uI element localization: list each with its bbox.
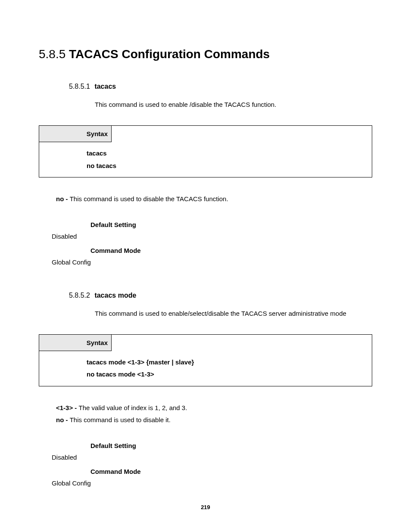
- subsection-description: This command is used to enable /disable …: [95, 101, 372, 108]
- param-key: no -: [56, 416, 70, 423]
- syntax-line: tacacs: [87, 147, 367, 160]
- page-number: 219: [0, 504, 411, 510]
- param-key: no -: [56, 195, 70, 202]
- subsection: 5.8.5.1 tacacs This command is used to e…: [69, 83, 372, 108]
- setting-label: Default Setting: [90, 442, 372, 449]
- setting-value: Global Config: [52, 479, 372, 487]
- setting-value: Disabled: [52, 233, 372, 240]
- syntax-box: Syntax tacacs no tacacs: [39, 125, 372, 177]
- subsection-heading: 5.8.5.1 tacacs: [69, 83, 372, 90]
- subsection: 5.8.5.2 tacacs mode This command is used…: [69, 292, 372, 317]
- param-block: no - This command is used to disable the…: [56, 193, 372, 205]
- section-title: TACACS Configuration Commands: [69, 47, 270, 61]
- subsection-title: tacacs mode: [94, 292, 136, 299]
- section-number: 5.8.5: [39, 47, 65, 61]
- settings-block: Default Setting Disabled Command Mode Gl…: [52, 221, 372, 266]
- setting-label: Command Mode: [90, 247, 372, 254]
- setting-value: Global Config: [52, 258, 372, 266]
- param-text: This command is used to disable the TACA…: [70, 195, 228, 202]
- param-text: The valid value of index is 1, 2, and 3.: [79, 404, 187, 411]
- subsection-heading: 5.8.5.2 tacacs mode: [69, 292, 372, 299]
- param-line: no - This command is used to disable it.: [56, 414, 372, 426]
- setting-value: Disabled: [52, 454, 372, 461]
- settings-block: Default Setting Disabled Command Mode Gl…: [52, 442, 372, 487]
- subsection-description: This command is used to enable/select/di…: [95, 310, 372, 317]
- param-block: <1-3> - The valid value of index is 1, 2…: [56, 402, 372, 426]
- section-heading: 5.8.5 TACACS Configuration Commands: [39, 47, 372, 61]
- subsection-number: 5.8.5.2: [69, 292, 90, 299]
- param-text: This command is used to disable it.: [70, 416, 171, 423]
- setting-label: Default Setting: [90, 221, 372, 228]
- syntax-box: Syntax tacacs mode <1-3> {master | slave…: [39, 334, 372, 386]
- syntax-line: tacacs mode <1-3> {master | slave}: [87, 356, 367, 369]
- param-line: no - This command is used to disable the…: [56, 193, 372, 205]
- syntax-line: no tacacs mode <1-3>: [87, 368, 367, 381]
- param-key: <1-3> -: [56, 404, 79, 411]
- syntax-line: no tacacs: [87, 160, 367, 172]
- setting-label: Command Mode: [90, 468, 372, 475]
- syntax-body: tacacs mode <1-3> {master | slave} no ta…: [39, 351, 372, 386]
- subsection-number: 5.8.5.1: [69, 83, 90, 90]
- subsection-title: tacacs: [94, 83, 116, 90]
- param-line: <1-3> - The valid value of index is 1, 2…: [56, 402, 372, 414]
- syntax-label: Syntax: [39, 335, 112, 351]
- syntax-body: tacacs no tacacs: [39, 142, 372, 177]
- syntax-label: Syntax: [39, 126, 112, 142]
- document-page: 5.8.5 TACACS Configuration Commands 5.8.…: [0, 0, 411, 532]
